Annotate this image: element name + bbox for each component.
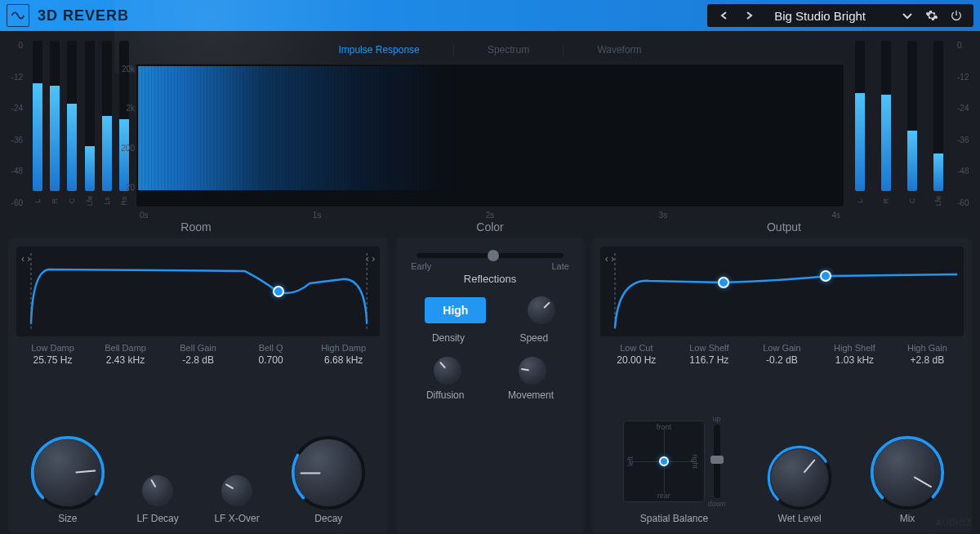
meter-channel: C xyxy=(902,41,923,207)
viz-tabs: Impulse Response | Spectrum | Waveform xyxy=(136,41,844,64)
size-knob[interactable] xyxy=(34,439,101,506)
reflections-high-button[interactable]: High xyxy=(425,297,486,323)
param-readout[interactable]: High Damp6.68 kHz xyxy=(307,343,380,366)
preset-dropdown-icon[interactable] xyxy=(900,8,915,23)
spatial-balance-pad[interactable]: front rear left right xyxy=(623,421,705,502)
watermark: AUDIOZ xyxy=(936,518,972,527)
slider-early-label: Early xyxy=(411,261,431,271)
movement-label: Movement xyxy=(508,389,554,401)
lf-decay-knob[interactable] xyxy=(142,475,173,506)
param-readout[interactable]: High Gain+2.8 dB xyxy=(891,343,964,366)
output-meters: LRCLfe0-12-24-36-48-60 xyxy=(849,41,972,207)
low-shelf-handle[interactable] xyxy=(718,277,729,288)
room-section-label: Room xyxy=(0,220,392,234)
early-late-slider[interactable] xyxy=(416,253,564,258)
preset-bar: Big Studio Bright xyxy=(707,4,973,27)
room-eq-graph[interactable]: ‹ › ‹ › xyxy=(16,247,380,336)
meter-channel: C xyxy=(66,41,78,207)
tab-spectrum[interactable]: Spectrum xyxy=(488,44,529,56)
reflections-knob[interactable] xyxy=(528,296,555,324)
diffusion-label: Diffusion xyxy=(426,389,464,401)
impulse-response-visual xyxy=(138,66,457,190)
visualization-section: 0-12-24-36-48-60 LRCLfeLsRs Impulse Resp… xyxy=(0,31,980,212)
decay-knob[interactable] xyxy=(295,439,362,506)
param-readout[interactable]: Bell Damp2.43 kHz xyxy=(89,343,162,366)
room-panel: ‹ › ‹ › Low Damp25.75 HzBell Damp2.43 kH… xyxy=(8,238,388,532)
bell-eq-handle[interactable] xyxy=(273,286,284,297)
settings-gear-icon[interactable] xyxy=(924,8,939,23)
movement-knob[interactable] xyxy=(519,357,546,385)
tab-waveform[interactable]: Waveform xyxy=(597,44,641,56)
header-bar: 3D REVERB Big Studio Bright xyxy=(0,0,980,31)
meter-channel: R xyxy=(875,41,897,207)
param-readout[interactable]: Low Shelf116.7 Hz xyxy=(673,343,746,366)
param-readout[interactable]: Low Cut20.00 Hz xyxy=(600,343,673,366)
spectrogram-display[interactable]: 20k2k20020 0s1s2s3s4s xyxy=(136,64,844,207)
output-eq-graph[interactable]: ‹ › xyxy=(600,247,964,336)
color-section-label: Color xyxy=(392,220,588,234)
lf-decay-label: LF Decay xyxy=(136,513,178,524)
diffusion-knob[interactable] xyxy=(434,357,461,385)
power-icon[interactable] xyxy=(949,8,964,23)
high-shelf-handle[interactable] xyxy=(820,270,831,282)
spatial-height-slider[interactable] xyxy=(714,425,720,498)
mix-knob[interactable] xyxy=(874,439,941,506)
param-readout[interactable]: High Shelf1.03 kHz xyxy=(818,343,891,366)
spectrogram-area: Impulse Response | Spectrum | Waveform 2… xyxy=(136,41,844,207)
meter-channel: L xyxy=(849,41,871,207)
speed-label: Speed xyxy=(519,332,548,344)
reflections-label: Reflections xyxy=(404,273,576,285)
plugin-title: 3D REVERB xyxy=(38,7,129,24)
preset-name[interactable]: Big Studio Bright xyxy=(766,9,890,23)
lf-xover-knob[interactable] xyxy=(221,475,252,506)
preset-next-button[interactable] xyxy=(742,8,756,23)
controls-area: ‹ › ‹ › Low Damp25.75 HzBell Damp2.43 kH… xyxy=(0,238,980,532)
preset-prev-button[interactable] xyxy=(717,8,732,23)
param-readout[interactable]: Low Gain-0.2 dB xyxy=(746,343,818,366)
meter-channel: R xyxy=(48,41,60,207)
param-readout[interactable]: Low Damp25.75 Hz xyxy=(16,343,89,366)
wet-level-knob[interactable] xyxy=(771,449,828,506)
lf-xover-label: LF X-Over xyxy=(214,513,259,524)
density-label: Density xyxy=(432,332,465,344)
output-section-label: Output xyxy=(588,220,980,234)
slider-late-label: Late xyxy=(551,261,568,271)
plugin-logo-icon xyxy=(7,4,29,27)
spatial-balance-label: Spatial Balance xyxy=(640,513,708,524)
meter-channel: L xyxy=(31,41,43,207)
meter-channel: Lfe xyxy=(83,41,96,207)
color-panel: Early Late Reflections High Density Spee… xyxy=(396,238,584,532)
spatial-position-dot[interactable] xyxy=(659,456,669,466)
meter-channel: Lfe xyxy=(928,41,949,207)
param-readout[interactable]: Bell Q0.700 xyxy=(234,343,307,366)
tab-impulse-response[interactable]: Impulse Response xyxy=(338,44,419,56)
output-panel: ‹ › Low Cut20.00 HzLow Shelf116.7 HzLow … xyxy=(592,238,972,532)
param-readout[interactable]: Bell Gain-2.8 dB xyxy=(162,343,234,366)
